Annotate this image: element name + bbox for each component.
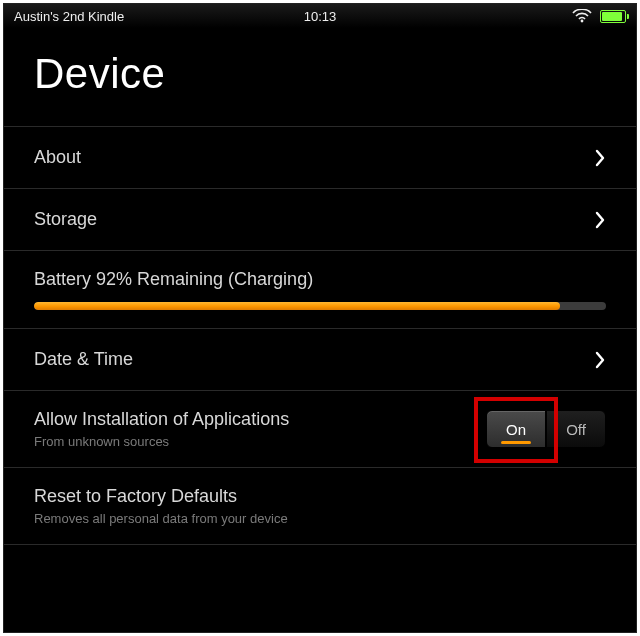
allow-install-toggle: On Off [486, 410, 606, 448]
allow-install-sub: From unknown sources [34, 434, 289, 449]
datetime-row[interactable]: Date & Time [4, 328, 636, 390]
reset-label: Reset to Factory Defaults [34, 486, 288, 507]
allow-install-label: Allow Installation of Applications [34, 409, 289, 430]
battery-icon [600, 10, 626, 23]
device-name-label: Austin's 2nd Kindle [14, 9, 124, 24]
datetime-label: Date & Time [34, 349, 133, 370]
chevron-right-icon [594, 149, 606, 167]
storage-label: Storage [34, 209, 97, 230]
about-label: About [34, 147, 81, 168]
storage-row[interactable]: Storage [4, 188, 636, 250]
allow-install-row: Allow Installation of Applications From … [4, 390, 636, 467]
device-screen: Austin's 2nd Kindle 10:13 Device About [3, 3, 637, 633]
reset-sub: Removes all personal data from your devi… [34, 511, 288, 526]
battery-label: Battery 92% Remaining (Charging) [34, 269, 606, 290]
toggle-on-option[interactable]: On [486, 410, 546, 448]
chevron-right-icon [594, 211, 606, 229]
status-bar: Austin's 2nd Kindle 10:13 [4, 4, 636, 28]
clock-label: 10:13 [304, 9, 337, 24]
battery-row: Battery 92% Remaining (Charging) [4, 250, 636, 328]
about-row[interactable]: About [4, 126, 636, 188]
page-title: Device [4, 28, 636, 126]
wifi-icon [572, 9, 592, 23]
chevron-right-icon [594, 351, 606, 369]
svg-point-0 [581, 20, 584, 23]
battery-progress-track [34, 302, 606, 310]
toggle-off-option[interactable]: Off [546, 410, 606, 448]
reset-row[interactable]: Reset to Factory Defaults Removes all pe… [4, 467, 636, 545]
battery-progress-fill [34, 302, 560, 310]
